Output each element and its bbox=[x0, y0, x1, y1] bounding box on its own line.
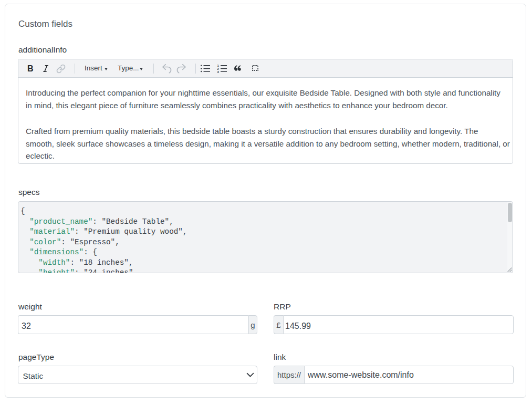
svg-text:3: 3 bbox=[217, 70, 220, 73]
